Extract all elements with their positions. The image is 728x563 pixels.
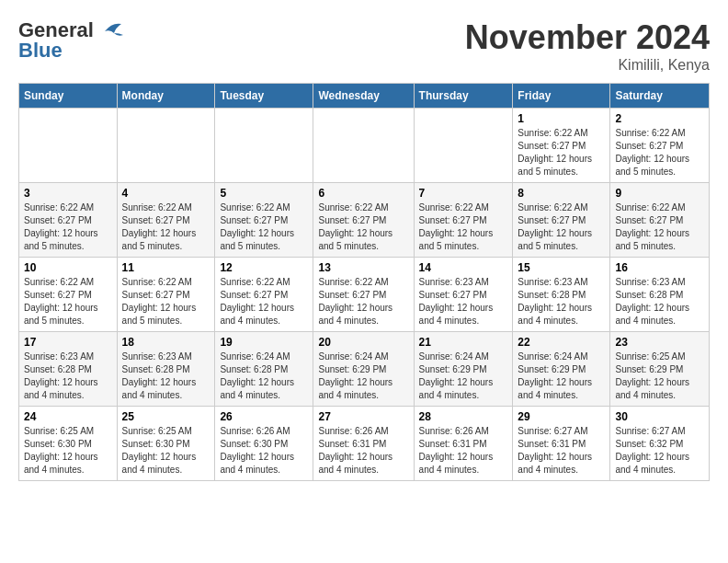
day-number: 11 <box>122 261 210 274</box>
calendar-week-row: 24Sunrise: 6:25 AM Sunset: 6:30 PM Dayli… <box>19 407 710 481</box>
calendar-cell: 25Sunrise: 6:25 AM Sunset: 6:30 PM Dayli… <box>117 407 215 481</box>
day-number: 15 <box>518 261 605 274</box>
day-number: 13 <box>318 261 408 274</box>
day-number: 28 <box>419 410 508 423</box>
page-header: General Blue November 2024 Kimilili, Ken… <box>18 18 710 74</box>
day-detail: Sunrise: 6:25 AM Sunset: 6:29 PM Dayligh… <box>615 350 704 402</box>
day-number: 23 <box>615 336 704 349</box>
day-detail: Sunrise: 6:26 AM Sunset: 6:31 PM Dayligh… <box>318 425 408 477</box>
day-number: 3 <box>24 187 112 200</box>
day-detail: Sunrise: 6:26 AM Sunset: 6:30 PM Dayligh… <box>220 425 308 477</box>
day-detail: Sunrise: 6:26 AM Sunset: 6:31 PM Dayligh… <box>419 425 508 477</box>
day-of-week-header: Wednesday <box>313 84 414 109</box>
calendar-body: 1Sunrise: 6:22 AM Sunset: 6:27 PM Daylig… <box>19 109 710 481</box>
day-number: 5 <box>220 187 308 200</box>
day-detail: Sunrise: 6:24 AM Sunset: 6:28 PM Dayligh… <box>220 350 308 402</box>
day-number: 27 <box>318 410 408 423</box>
calendar-cell: 8Sunrise: 6:22 AM Sunset: 6:27 PM Daylig… <box>513 183 610 258</box>
logo-blue-text: Blue <box>18 39 63 63</box>
day-detail: Sunrise: 6:22 AM Sunset: 6:27 PM Dayligh… <box>615 201 704 253</box>
calendar-cell: 6Sunrise: 6:22 AM Sunset: 6:27 PM Daylig… <box>313 183 414 258</box>
day-detail: Sunrise: 6:22 AM Sunset: 6:27 PM Dayligh… <box>24 201 112 253</box>
day-of-week-header: Friday <box>513 84 610 109</box>
calendar-cell: 9Sunrise: 6:22 AM Sunset: 6:27 PM Daylig… <box>610 183 710 258</box>
month-title: November 2024 <box>465 18 710 57</box>
day-number: 1 <box>518 112 605 125</box>
day-number: 30 <box>615 410 704 423</box>
calendar-cell: 14Sunrise: 6:23 AM Sunset: 6:27 PM Dayli… <box>414 258 513 332</box>
day-number: 26 <box>220 410 308 423</box>
day-detail: Sunrise: 6:22 AM Sunset: 6:27 PM Dayligh… <box>615 127 704 178</box>
day-detail: Sunrise: 6:23 AM Sunset: 6:28 PM Dayligh… <box>615 276 704 327</box>
calendar-week-row: 17Sunrise: 6:23 AM Sunset: 6:28 PM Dayli… <box>19 332 710 407</box>
day-number: 18 <box>122 336 210 349</box>
day-detail: Sunrise: 6:22 AM Sunset: 6:27 PM Dayligh… <box>122 201 210 253</box>
day-number: 19 <box>220 336 308 349</box>
title-block: November 2024 Kimilili, Kenya <box>465 18 710 74</box>
calendar-cell <box>215 109 313 183</box>
day-detail: Sunrise: 6:27 AM Sunset: 6:31 PM Dayligh… <box>518 425 605 477</box>
logo: General Blue <box>18 18 125 63</box>
calendar-cell: 4Sunrise: 6:22 AM Sunset: 6:27 PM Daylig… <box>117 183 215 258</box>
day-detail: Sunrise: 6:24 AM Sunset: 6:29 PM Dayligh… <box>518 350 605 402</box>
calendar-cell: 22Sunrise: 6:24 AM Sunset: 6:29 PM Dayli… <box>513 332 610 407</box>
day-detail: Sunrise: 6:25 AM Sunset: 6:30 PM Dayligh… <box>122 425 210 477</box>
day-of-week-header: Saturday <box>610 84 710 109</box>
calendar-cell <box>117 109 215 183</box>
day-detail: Sunrise: 6:22 AM Sunset: 6:27 PM Dayligh… <box>24 276 112 327</box>
day-detail: Sunrise: 6:22 AM Sunset: 6:27 PM Dayligh… <box>419 201 508 253</box>
calendar-week-row: 3Sunrise: 6:22 AM Sunset: 6:27 PM Daylig… <box>19 183 710 258</box>
calendar-cell: 7Sunrise: 6:22 AM Sunset: 6:27 PM Daylig… <box>414 183 513 258</box>
calendar-cell: 30Sunrise: 6:27 AM Sunset: 6:32 PM Dayli… <box>610 407 710 481</box>
day-of-week-header: Thursday <box>414 84 513 109</box>
day-number: 4 <box>122 187 210 200</box>
calendar-cell: 2Sunrise: 6:22 AM Sunset: 6:27 PM Daylig… <box>610 109 710 183</box>
day-number: 7 <box>419 187 508 200</box>
day-detail: Sunrise: 6:23 AM Sunset: 6:28 PM Dayligh… <box>518 276 605 327</box>
day-of-week-header: Monday <box>117 84 215 109</box>
calendar-cell: 26Sunrise: 6:26 AM Sunset: 6:30 PM Dayli… <box>215 407 313 481</box>
calendar-cell: 19Sunrise: 6:24 AM Sunset: 6:28 PM Dayli… <box>215 332 313 407</box>
calendar-cell: 1Sunrise: 6:22 AM Sunset: 6:27 PM Daylig… <box>513 109 610 183</box>
day-number: 25 <box>122 410 210 423</box>
day-number: 2 <box>615 112 704 125</box>
day-of-week-header: Tuesday <box>215 84 313 109</box>
calendar-cell: 28Sunrise: 6:26 AM Sunset: 6:31 PM Dayli… <box>414 407 513 481</box>
day-detail: Sunrise: 6:22 AM Sunset: 6:27 PM Dayligh… <box>518 201 605 253</box>
calendar-cell: 27Sunrise: 6:26 AM Sunset: 6:31 PM Dayli… <box>313 407 414 481</box>
day-number: 24 <box>24 410 112 423</box>
calendar-cell: 29Sunrise: 6:27 AM Sunset: 6:31 PM Dayli… <box>513 407 610 481</box>
day-detail: Sunrise: 6:27 AM Sunset: 6:32 PM Dayligh… <box>615 425 704 477</box>
calendar-cell: 5Sunrise: 6:22 AM Sunset: 6:27 PM Daylig… <box>215 183 313 258</box>
day-detail: Sunrise: 6:23 AM Sunset: 6:28 PM Dayligh… <box>122 350 210 402</box>
day-detail: Sunrise: 6:23 AM Sunset: 6:27 PM Dayligh… <box>419 276 508 327</box>
calendar-cell: 18Sunrise: 6:23 AM Sunset: 6:28 PM Dayli… <box>117 332 215 407</box>
day-number: 29 <box>518 410 605 423</box>
day-number: 14 <box>419 261 508 274</box>
day-detail: Sunrise: 6:24 AM Sunset: 6:29 PM Dayligh… <box>419 350 508 402</box>
calendar-cell <box>19 109 118 183</box>
calendar-cell <box>414 109 513 183</box>
day-detail: Sunrise: 6:23 AM Sunset: 6:28 PM Dayligh… <box>24 350 112 402</box>
calendar-table: SundayMondayTuesdayWednesdayThursdayFrid… <box>18 83 710 481</box>
calendar-cell: 20Sunrise: 6:24 AM Sunset: 6:29 PM Dayli… <box>313 332 414 407</box>
calendar-cell: 23Sunrise: 6:25 AM Sunset: 6:29 PM Dayli… <box>610 332 710 407</box>
calendar-cell: 13Sunrise: 6:22 AM Sunset: 6:27 PM Dayli… <box>313 258 414 332</box>
day-detail: Sunrise: 6:22 AM Sunset: 6:27 PM Dayligh… <box>220 201 308 253</box>
calendar-header-row: SundayMondayTuesdayWednesdayThursdayFrid… <box>19 84 710 109</box>
day-detail: Sunrise: 6:22 AM Sunset: 6:27 PM Dayligh… <box>518 127 605 178</box>
calendar-cell: 16Sunrise: 6:23 AM Sunset: 6:28 PM Dayli… <box>610 258 710 332</box>
calendar-cell: 12Sunrise: 6:22 AM Sunset: 6:27 PM Dayli… <box>215 258 313 332</box>
day-number: 21 <box>419 336 508 349</box>
day-number: 20 <box>318 336 408 349</box>
day-number: 10 <box>24 261 112 274</box>
day-detail: Sunrise: 6:22 AM Sunset: 6:27 PM Dayligh… <box>122 276 210 327</box>
calendar-cell: 24Sunrise: 6:25 AM Sunset: 6:30 PM Dayli… <box>19 407 118 481</box>
day-number: 17 <box>24 336 112 349</box>
day-number: 16 <box>615 261 704 274</box>
calendar-week-row: 10Sunrise: 6:22 AM Sunset: 6:27 PM Dayli… <box>19 258 710 332</box>
day-detail: Sunrise: 6:22 AM Sunset: 6:27 PM Dayligh… <box>318 276 408 327</box>
day-detail: Sunrise: 6:22 AM Sunset: 6:27 PM Dayligh… <box>318 201 408 253</box>
calendar-cell <box>313 109 414 183</box>
calendar-week-row: 1Sunrise: 6:22 AM Sunset: 6:27 PM Daylig… <box>19 109 710 183</box>
